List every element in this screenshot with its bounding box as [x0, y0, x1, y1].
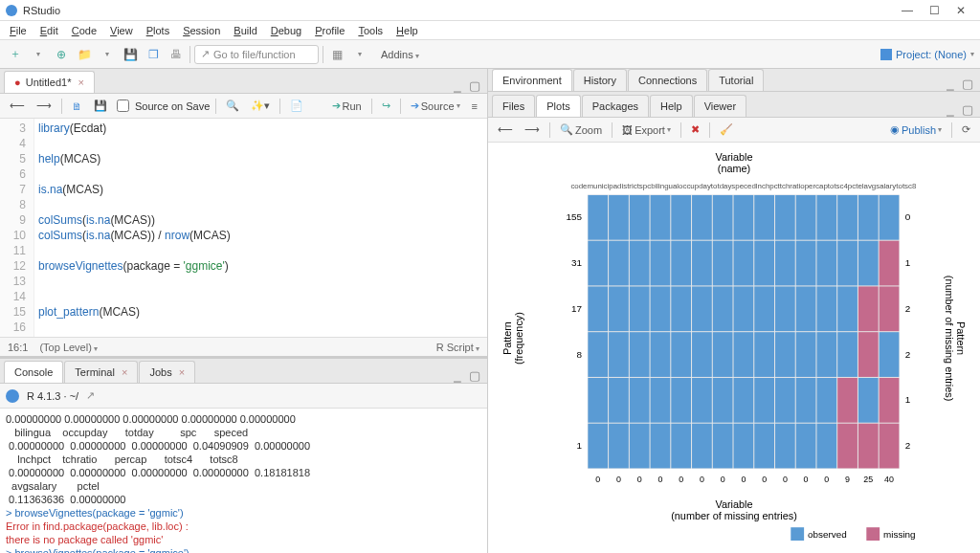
svg-text:Pattern: Pattern: [955, 321, 967, 355]
clear-plots-button[interactable]: 🧹: [716, 122, 737, 138]
maximize-button[interactable]: ☐: [921, 4, 947, 17]
svg-rect-98: [858, 424, 879, 469]
export-button[interactable]: 🖼 Export: [618, 122, 675, 138]
tab-help[interactable]: Help: [650, 95, 693, 117]
new-file-dropdown[interactable]: [29, 45, 48, 64]
menu-tools[interactable]: Tools: [352, 23, 389, 38]
svg-rect-75: [692, 378, 712, 423]
console-output[interactable]: 0.00000000 0.00000000 0.00000000 0.00000…: [0, 409, 487, 553]
tab-viewer[interactable]: Viewer: [694, 95, 746, 117]
grid-icon[interactable]: ▦: [327, 45, 346, 64]
zoom-button[interactable]: 🔍 Zoom: [556, 122, 606, 138]
pane-maximize-icon[interactable]: ▢: [959, 102, 976, 117]
save-all-button[interactable]: ❐: [144, 45, 163, 64]
open-recent-dropdown[interactable]: [98, 45, 117, 64]
svg-rect-27: [630, 241, 650, 286]
rerun-button[interactable]: ↪: [378, 98, 394, 114]
wand-button[interactable]: ✨▾: [247, 98, 274, 114]
close-button[interactable]: ✕: [947, 4, 974, 17]
new-file-button[interactable]: ＋: [6, 45, 25, 64]
menu-view[interactable]: View: [104, 23, 139, 38]
pane-collapse-icon[interactable]: ⎯: [942, 102, 959, 117]
svg-text:0: 0: [679, 475, 683, 484]
svg-rect-91: [713, 424, 733, 469]
pane-collapse-icon[interactable]: ⎯: [449, 368, 466, 383]
console-path-icon[interactable]: ↗: [86, 389, 95, 402]
svg-rect-53: [858, 286, 879, 331]
back-button[interactable]: ⟵: [6, 98, 29, 114]
save-source-button[interactable]: 💾: [90, 98, 111, 114]
tab-terminal[interactable]: Terminal ×: [64, 361, 138, 383]
menu-help[interactable]: Help: [390, 23, 424, 38]
show-doc-button[interactable]: 🗎: [68, 99, 86, 114]
svg-text:155: 155: [566, 211, 582, 222]
svg-text:observed: observed: [808, 529, 847, 540]
source-tab-untitled[interactable]: ● Untitled1* ×: [4, 71, 95, 93]
tab-history[interactable]: History: [573, 69, 627, 91]
tab-packages[interactable]: Packages: [582, 95, 649, 117]
addins-menu[interactable]: Addins: [373, 47, 427, 62]
svg-text:31: 31: [571, 257, 582, 268]
tab-console[interactable]: Console: [4, 361, 63, 383]
source-toolbar: ⟵ ⟶ 🗎 💾 Source on Save 🔍 ✨▾ 📄 ➔Run ↪ ➔So…: [0, 94, 487, 119]
svg-rect-54: [880, 286, 900, 331]
menu-file[interactable]: File: [4, 23, 33, 38]
tab-files[interactable]: Files: [492, 95, 535, 117]
open-file-button[interactable]: 📁: [75, 45, 94, 64]
minimize-button[interactable]: —: [894, 4, 921, 17]
menu-build[interactable]: Build: [228, 23, 262, 38]
menu-code[interactable]: Code: [66, 23, 102, 38]
tab-jobs[interactable]: Jobs ×: [139, 361, 195, 383]
new-project-button[interactable]: ⊕: [52, 45, 71, 64]
grid-dropdown[interactable]: [350, 45, 369, 64]
source-button[interactable]: ➔Source: [407, 98, 464, 114]
svg-text:0: 0: [657, 475, 662, 484]
language-selector[interactable]: R Script: [436, 342, 479, 353]
menu-debug[interactable]: Debug: [265, 23, 307, 38]
tab-environment[interactable]: Environment: [492, 69, 572, 91]
svg-rect-63: [754, 332, 774, 377]
svg-rect-77: [734, 378, 754, 423]
pane-maximize-icon[interactable]: ▢: [466, 78, 483, 93]
tab-tutorial[interactable]: Tutorial: [708, 69, 764, 91]
svg-rect-25: [588, 241, 608, 286]
save-button[interactable]: 💾: [121, 45, 140, 64]
console-version: R 4.1.3 · ~/: [27, 390, 78, 402]
svg-rect-56: [609, 332, 629, 377]
scope-selector[interactable]: (Top Level): [39, 342, 98, 353]
svg-rect-80: [796, 378, 816, 423]
pane-maximize-icon[interactable]: ▢: [466, 368, 483, 383]
svg-text:0: 0: [700, 475, 704, 484]
menu-plots[interactable]: Plots: [141, 23, 175, 38]
project-menu[interactable]: Project: (None): [880, 49, 974, 60]
menu-edit[interactable]: Edit: [34, 23, 64, 38]
svg-text:9: 9: [845, 475, 850, 484]
run-button[interactable]: ➔Run: [328, 98, 366, 114]
svg-rect-58: [651, 332, 671, 377]
refresh-plot-button[interactable]: ⟳: [958, 122, 974, 138]
pane-maximize-icon[interactable]: ▢: [959, 77, 976, 91]
remove-plot-button[interactable]: ✖: [687, 122, 703, 138]
compile-button[interactable]: 📄: [286, 98, 307, 114]
print-button[interactable]: 🖶: [167, 45, 186, 64]
forward-button[interactable]: ⟶: [33, 98, 56, 114]
find-button[interactable]: 🔍: [222, 98, 243, 114]
menu-profile[interactable]: Profile: [309, 23, 350, 38]
svg-rect-86: [609, 424, 629, 469]
close-tab-icon[interactable]: ×: [78, 77, 83, 88]
outline-button[interactable]: ≡: [468, 99, 481, 114]
menu-session[interactable]: Session: [177, 23, 226, 38]
goto-file-input[interactable]: ↗ Go to file/function: [194, 45, 319, 64]
svg-rect-30: [692, 241, 712, 286]
pane-collapse-icon[interactable]: ⎯: [942, 77, 959, 91]
publish-button[interactable]: ◉ Publish: [886, 122, 946, 138]
plot-next-button[interactable]: ⟶: [521, 122, 544, 138]
svg-rect-82: [837, 378, 858, 423]
tab-plots[interactable]: Plots: [536, 95, 580, 117]
source-on-save-checkbox[interactable]: [117, 100, 129, 112]
plot-prev-button[interactable]: ⟵: [494, 122, 517, 138]
pane-collapse-icon[interactable]: ⎯: [449, 78, 466, 93]
svg-rect-32: [734, 241, 754, 286]
tab-connections[interactable]: Connections: [628, 69, 707, 91]
source-editor[interactable]: 345678910111213141516 library(Ecdat) hel…: [0, 119, 487, 337]
